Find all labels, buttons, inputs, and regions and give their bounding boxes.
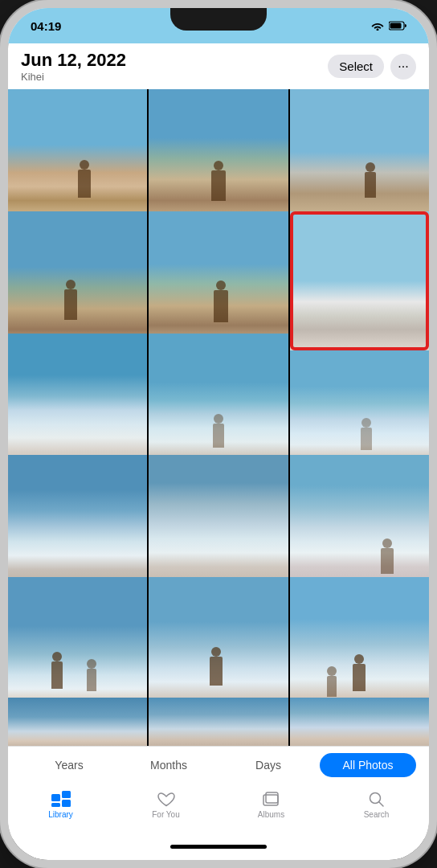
wifi-icon xyxy=(371,21,384,31)
albums-tab-label: Albums xyxy=(258,810,284,819)
more-button[interactable]: ··· xyxy=(390,54,416,80)
photo-cell-8[interactable] xyxy=(149,334,288,473)
photo-cell-1[interactable] xyxy=(8,89,147,228)
library-tab-label: Library xyxy=(48,810,73,819)
library-icon xyxy=(51,790,71,808)
photo-cell-9[interactable] xyxy=(290,334,429,473)
tabs: Library For You Albums xyxy=(8,784,429,838)
photo-cell-13[interactable] xyxy=(8,577,147,698)
phone-content: Jun 12, 2022 Kihei Select ··· xyxy=(8,43,429,860)
svg-line-9 xyxy=(378,802,383,807)
photo-9 xyxy=(290,334,429,473)
photo-cell-4[interactable] xyxy=(8,211,147,350)
partial-photo-row xyxy=(8,698,429,746)
time-selector: Years Months Days All Photos xyxy=(8,747,429,784)
photo-14 xyxy=(149,577,288,698)
photo-12 xyxy=(290,455,429,594)
photo-cell-7[interactable] xyxy=(8,334,147,473)
select-button[interactable]: Select xyxy=(328,55,384,78)
photo-6 xyxy=(290,211,429,350)
partial-cell-1[interactable] xyxy=(8,698,147,746)
photo-3 xyxy=(290,89,429,228)
location-label: Kihei xyxy=(21,71,126,83)
for-you-icon xyxy=(156,790,177,808)
svg-rect-2 xyxy=(51,794,60,801)
tab-albums[interactable]: Albums xyxy=(218,787,324,822)
photo-5 xyxy=(149,211,288,350)
partial-cell-2[interactable] xyxy=(149,698,288,746)
photo-10 xyxy=(8,455,147,594)
photo-cell-12[interactable] xyxy=(290,455,429,594)
photo-cell-6-highlighted[interactable] xyxy=(290,211,429,350)
days-button[interactable]: Days xyxy=(220,753,317,777)
photo-cell-5[interactable] xyxy=(149,211,288,350)
photo-cell-3[interactable] xyxy=(290,89,429,228)
tab-for-you[interactable]: For You xyxy=(113,787,218,822)
photo-cell-14[interactable] xyxy=(149,577,288,698)
photo-11 xyxy=(149,455,288,594)
photo-15 xyxy=(290,577,429,698)
search-icon xyxy=(366,790,387,808)
svg-rect-4 xyxy=(51,803,60,807)
search-tab-label: Search xyxy=(364,810,390,819)
svg-rect-1 xyxy=(390,23,402,29)
header: Jun 12, 2022 Kihei Select ··· xyxy=(8,43,429,89)
photo-1 xyxy=(8,89,147,228)
photo-4 xyxy=(8,211,147,350)
photo-cell-10[interactable] xyxy=(8,455,147,594)
photo-cell-2[interactable] xyxy=(149,89,288,228)
status-time: 04:19 xyxy=(31,19,61,33)
years-button[interactable]: Years xyxy=(21,753,117,777)
svg-rect-3 xyxy=(62,791,71,798)
status-icons xyxy=(371,21,406,31)
notch xyxy=(170,8,267,31)
all-photos-button[interactable]: All Photos xyxy=(320,753,416,777)
svg-rect-5 xyxy=(62,800,71,807)
albums-icon xyxy=(261,790,282,808)
header-left: Jun 12, 2022 Kihei xyxy=(21,50,126,83)
phone-frame: 04:19 Jun 12, 2022 Kihei xyxy=(0,0,437,868)
photo-7 xyxy=(8,334,147,473)
tab-bar: Years Months Days All Photos Library xyxy=(8,746,429,838)
status-bar: 04:19 xyxy=(8,8,429,43)
months-button[interactable]: Months xyxy=(120,753,217,777)
photo-grid xyxy=(8,89,429,698)
home-indicator xyxy=(170,845,267,849)
photo-2 xyxy=(149,89,288,228)
for-you-tab-label: For You xyxy=(152,810,179,819)
header-right: Select ··· xyxy=(328,54,416,80)
photo-cell-15[interactable] xyxy=(290,577,429,698)
svg-rect-7 xyxy=(266,792,278,803)
tab-library[interactable]: Library xyxy=(8,787,113,822)
partial-cell-3[interactable] xyxy=(290,698,429,746)
photo-cell-11[interactable] xyxy=(149,455,288,594)
photo-8 xyxy=(149,334,288,473)
battery-icon xyxy=(389,21,406,31)
tab-search[interactable]: Search xyxy=(324,787,429,822)
date-title: Jun 12, 2022 xyxy=(21,50,126,71)
photo-13 xyxy=(8,577,147,698)
